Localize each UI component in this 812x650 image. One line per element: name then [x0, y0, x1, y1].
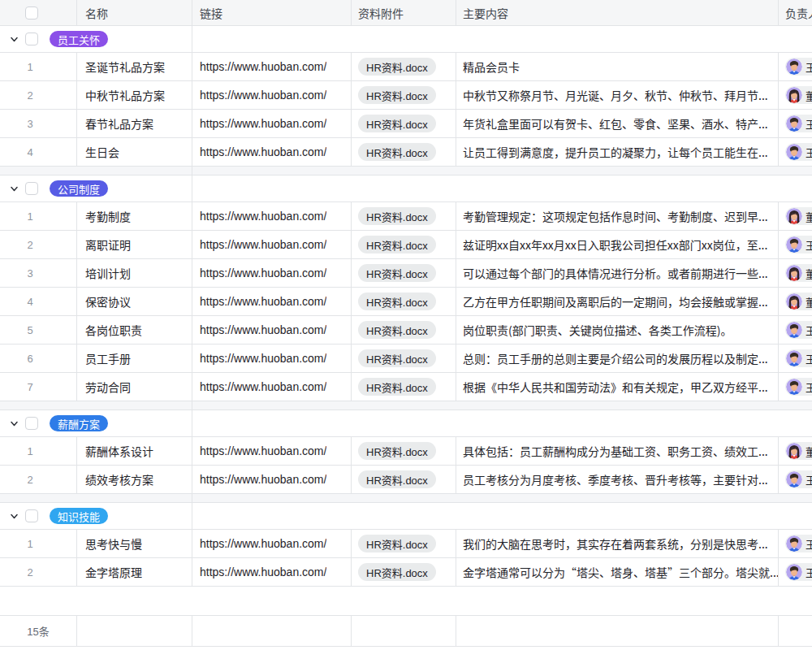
name-cell[interactable]: 各岗位职责	[77, 316, 192, 344]
person-chip[interactable]: 王小明	[785, 321, 812, 339]
attachment-chip[interactable]: HR资料.docx	[358, 207, 436, 225]
attachment-cell[interactable]: HR资料.docx	[352, 138, 456, 166]
table-row[interactable]: 4 生日会 https://www.huoban.com/ HR资料.docx …	[0, 138, 812, 167]
row-number-cell[interactable]: 1	[0, 53, 77, 80]
row-number-cell[interactable]: 4	[0, 288, 77, 315]
name-cell[interactable]: 员工手册	[77, 344, 192, 372]
owner-cell[interactable]: 董小华	[779, 202, 812, 230]
attachment-cell[interactable]: HR资料.docx	[352, 53, 456, 80]
owner-cell[interactable]: 王小明	[779, 466, 812, 493]
table-row[interactable]: 2 金字塔原理 https://www.huoban.com/ HR资料.doc…	[0, 558, 812, 587]
person-chip[interactable]: 王小明	[785, 58, 812, 76]
attachment-cell[interactable]: HR资料.docx	[352, 466, 456, 493]
name-cell[interactable]: 离职证明	[77, 231, 192, 258]
column-header-content[interactable]: 主要内容	[456, 0, 779, 25]
table-row[interactable]: 6 员工手册 https://www.huoban.com/ HR资料.docx…	[0, 344, 812, 373]
name-cell[interactable]: 中秋节礼品方案	[77, 81, 192, 109]
attachment-cell[interactable]: HR资料.docx	[352, 373, 456, 401]
attachment-cell[interactable]: HR资料.docx	[352, 437, 456, 465]
table-row[interactable]: 3 春节礼品方案 https://www.huoban.com/ HR资料.do…	[0, 110, 812, 138]
chevron-down-icon[interactable]	[10, 184, 19, 193]
person-chip[interactable]: 王小明	[785, 143, 812, 161]
owner-cell[interactable]: 王小明	[779, 558, 812, 586]
name-cell[interactable]: 生日会	[77, 138, 192, 166]
person-chip[interactable]: 董小华	[785, 292, 812, 310]
row-number-cell[interactable]: 2	[0, 81, 77, 109]
attachment-chip[interactable]: HR资料.docx	[358, 115, 436, 132]
link-cell[interactable]: https://www.huoban.com/	[192, 344, 352, 372]
link-cell[interactable]: https://www.huoban.com/	[192, 231, 352, 258]
column-header-link[interactable]: 链接	[192, 0, 352, 25]
name-cell[interactable]: 思考快与慢	[77, 530, 192, 557]
content-cell[interactable]: 岗位职责(部门职责、关键岗位描述、各类工作流程)。	[456, 316, 779, 344]
attachment-chip[interactable]: HR资料.docx	[358, 378, 436, 396]
group-checkbox[interactable]	[25, 417, 38, 430]
table-row[interactable]: 1 薪酬体系设计 https://www.huoban.com/ HR资料.do…	[0, 437, 812, 466]
attachment-chip[interactable]: HR资料.docx	[358, 535, 436, 552]
link-cell[interactable]: https://www.huoban.com/	[192, 558, 352, 586]
content-cell[interactable]: 我们的大脑在思考时，其实存在着两套系统，分别是快思考...	[456, 530, 779, 557]
owner-cell[interactable]: 王小明	[779, 344, 812, 372]
owner-cell[interactable]: 王小明	[779, 138, 812, 166]
row-number-cell[interactable]: 1	[0, 202, 77, 230]
row-number-cell[interactable]: 2	[0, 558, 77, 586]
owner-cell[interactable]: 董小华	[779, 81, 812, 109]
name-cell[interactable]: 培训计划	[77, 259, 192, 287]
attachment-chip[interactable]: HR资料.docx	[358, 442, 436, 460]
person-chip[interactable]: 董小华	[785, 264, 812, 282]
person-chip[interactable]: 王小明	[785, 535, 812, 552]
column-header-name[interactable]: 名称	[77, 0, 192, 25]
person-chip[interactable]: 董小华	[785, 207, 812, 225]
table-row[interactable]: 7 劳动合同 https://www.huoban.com/ HR资料.docx…	[0, 373, 812, 401]
name-cell[interactable]: 金字塔原理	[77, 558, 192, 586]
link-cell[interactable]: https://www.huoban.com/	[192, 53, 352, 80]
attachment-cell[interactable]: HR资料.docx	[352, 259, 456, 287]
name-cell[interactable]: 绩效考核方案	[77, 466, 192, 493]
owner-cell[interactable]: 王小明	[779, 316, 812, 344]
link-cell[interactable]: https://www.huoban.com/	[192, 110, 352, 137]
content-cell[interactable]: 精品会员卡	[456, 53, 779, 80]
attachment-chip[interactable]: HR资料.docx	[358, 321, 436, 339]
chevron-down-icon[interactable]	[10, 512, 19, 521]
content-cell[interactable]: 中秋节又称祭月节、月光诞、月夕、秋节、仲秋节、拜月节...	[456, 81, 779, 109]
attachment-chip[interactable]: HR资料.docx	[358, 349, 436, 367]
row-number-cell[interactable]: 2	[0, 231, 77, 258]
link-cell[interactable]: https://www.huoban.com/	[192, 81, 352, 109]
group-checkbox[interactable]	[25, 182, 38, 195]
attachment-cell[interactable]: HR资料.docx	[352, 202, 456, 230]
table-row[interactable]: 1 圣诞节礼品方案 https://www.huoban.com/ HR资料.d…	[0, 53, 812, 81]
attachment-cell[interactable]: HR资料.docx	[352, 231, 456, 258]
person-chip[interactable]: 王小明	[785, 378, 812, 396]
attachment-chip[interactable]: HR资料.docx	[358, 292, 436, 310]
row-number-cell[interactable]: 1	[0, 530, 77, 557]
person-chip[interactable]: 王小明	[785, 349, 812, 367]
table-row[interactable]: 3 培训计划 https://www.huoban.com/ HR资料.docx…	[0, 259, 812, 288]
name-cell[interactable]: 圣诞节礼品方案	[77, 53, 192, 80]
owner-cell[interactable]: 董小华	[779, 437, 812, 465]
table-row[interactable]: 1 思考快与慢 https://www.huoban.com/ HR资料.doc…	[0, 530, 812, 558]
link-cell[interactable]: https://www.huoban.com/	[192, 466, 352, 493]
content-cell[interactable]: 具体包括：员工薪酬构成分为基础工资、职务工资、绩效工...	[456, 437, 779, 465]
attachment-cell[interactable]: HR资料.docx	[352, 110, 456, 137]
row-number-cell[interactable]: 1	[0, 437, 77, 465]
table-row[interactable]: 4 保密协议 https://www.huoban.com/ HR资料.docx…	[0, 288, 812, 316]
owner-cell[interactable]: 王小明	[779, 530, 812, 557]
link-cell[interactable]: https://www.huoban.com/	[192, 530, 352, 557]
content-cell[interactable]: 年货礼盒里面可以有贺卡、红包、零食、坚果、酒水、特产...	[456, 110, 779, 137]
attachment-chip[interactable]: HR资料.docx	[358, 470, 436, 488]
attachment-chip[interactable]: HR资料.docx	[358, 58, 436, 76]
attachment-chip[interactable]: HR资料.docx	[358, 86, 436, 104]
attachment-chip[interactable]: HR资料.docx	[358, 236, 436, 254]
owner-cell[interactable]: 王小明	[779, 231, 812, 258]
content-cell[interactable]: 让员工得到满意度，提升员工的凝聚力，让每个员工能生在...	[456, 138, 779, 166]
content-cell[interactable]: 兹证明xx自xx年xx月xx日入职我公司担任xx部门xx岗位，至...	[456, 231, 779, 258]
table-row[interactable]: 2 离职证明 https://www.huoban.com/ HR资料.docx…	[0, 231, 812, 259]
link-cell[interactable]: https://www.huoban.com/	[192, 259, 352, 287]
name-cell[interactable]: 考勤制度	[77, 202, 192, 230]
group-checkbox[interactable]	[25, 32, 38, 46]
attachment-chip[interactable]: HR资料.docx	[358, 143, 436, 161]
link-cell[interactable]: https://www.huoban.com/	[192, 316, 352, 344]
person-chip[interactable]: 王小明	[785, 115, 812, 132]
new-record-area[interactable]	[0, 587, 812, 616]
row-number-cell[interactable]: 6	[0, 344, 77, 372]
